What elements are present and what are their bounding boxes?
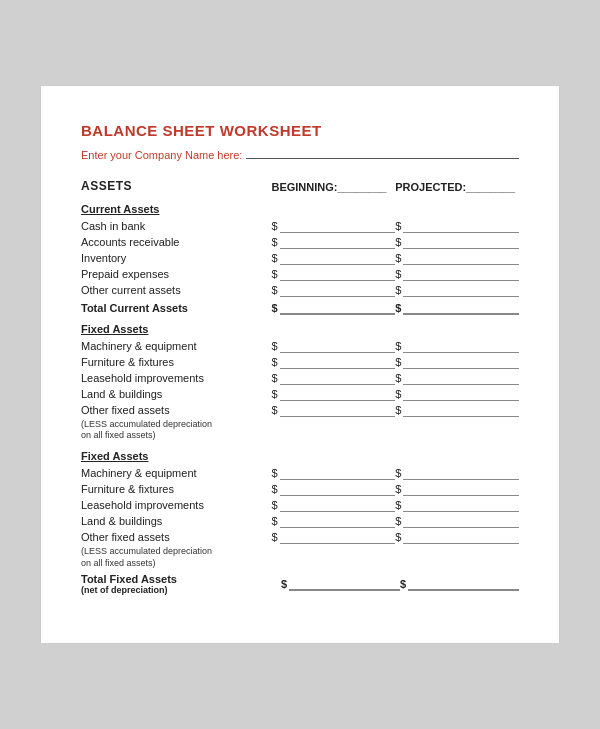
dollar-sign: $ <box>395 268 401 280</box>
header-row: ASSETS BEGINNING:________ PROJECTED:____… <box>81 179 519 193</box>
dollar-sign: $ <box>395 340 401 352</box>
projected-field[interactable]: $ <box>395 466 519 480</box>
dollar-sign: $ <box>272 236 278 248</box>
total-fixed-projected-field[interactable]: $ <box>400 577 519 591</box>
total-fixed-beginning-field[interactable]: $ <box>281 577 400 591</box>
dollar-sign: $ <box>395 372 401 384</box>
dollar-sign: $ <box>395 236 401 248</box>
row-label: Leasehold improvements <box>81 499 272 511</box>
table-row: Machinery & equipment $ $ <box>81 339 519 353</box>
row-label: Accounts receivable <box>81 236 272 248</box>
table-row: Furniture & fixtures $ $ <box>81 482 519 496</box>
projected-field[interactable]: $ <box>395 355 519 369</box>
projected-field[interactable]: $ <box>395 339 519 353</box>
table-row: Prepaid expenses $ $ <box>81 267 519 281</box>
dollar-sign: $ <box>395 220 401 232</box>
beginning-column-header: BEGINNING:________ <box>271 181 395 193</box>
dollar-sign: $ <box>272 284 278 296</box>
dollar-sign: $ <box>395 483 401 495</box>
table-row: Furniture & fixtures $ $ <box>81 355 519 369</box>
company-line: Enter your Company Name here: <box>81 145 519 161</box>
row-label: Other fixed assets <box>81 404 272 416</box>
table-row: Leasehold improvements $ $ <box>81 498 519 512</box>
beginning-field[interactable]: $ <box>272 371 396 385</box>
dollar-sign: $ <box>272 483 278 495</box>
beginning-field[interactable]: $ <box>272 514 396 528</box>
beginning-field[interactable]: $ <box>272 267 396 281</box>
fixed-assets-2-heading: Fixed Assets <box>81 450 519 462</box>
dollar-sign: $ <box>272 220 278 232</box>
dollar-sign: $ <box>272 356 278 368</box>
beginning-field[interactable]: $ <box>272 403 396 417</box>
dollar-sign: $ <box>395 284 401 296</box>
dollar-sign: $ <box>272 268 278 280</box>
dollar-sign: $ <box>395 499 401 511</box>
projected-field[interactable]: $ <box>395 371 519 385</box>
dollar-sign: $ <box>271 302 277 314</box>
page-title: BALANCE SHEET WORKSHEET <box>81 122 519 139</box>
projected-field[interactable]: $ <box>395 283 519 297</box>
row-label: Furniture & fixtures <box>81 483 272 495</box>
dollar-sign: $ <box>395 404 401 416</box>
beginning-field[interactable]: $ <box>272 339 396 353</box>
table-row: Accounts receivable $ $ <box>81 235 519 249</box>
dollar-sign: $ <box>272 499 278 511</box>
table-row: Other current assets $ $ <box>81 283 519 297</box>
projected-field[interactable]: $ <box>395 403 519 417</box>
projected-field[interactable]: $ <box>395 498 519 512</box>
row-label: Leasehold improvements <box>81 372 272 384</box>
total-current-assets-row: Total Current Assets $ $ <box>81 301 519 315</box>
dollar-sign: $ <box>400 578 406 590</box>
dollar-sign: $ <box>395 356 401 368</box>
dollar-sign: $ <box>395 302 401 314</box>
fixed-assets-2-note: (LESS accumulated depreciation on all fi… <box>81 546 281 569</box>
row-label: Land & buildings <box>81 388 272 400</box>
row-label: Prepaid expenses <box>81 268 272 280</box>
beginning-field[interactable]: $ <box>272 482 396 496</box>
beginning-field[interactable]: $ <box>272 387 396 401</box>
beginning-field[interactable]: $ <box>272 530 396 544</box>
assets-column-header: ASSETS <box>81 179 271 193</box>
dollar-sign: $ <box>395 531 401 543</box>
current-assets-heading: Current Assets <box>81 203 519 215</box>
total-fixed-assets-row: Total Fixed Assets (net of depreciation)… <box>81 573 519 595</box>
beginning-field[interactable]: $ <box>272 355 396 369</box>
total-fixed-assets-label: Total Fixed Assets (net of depreciation) <box>81 573 281 595</box>
beginning-field[interactable]: $ <box>272 219 396 233</box>
total-beginning-field[interactable]: $ <box>271 301 395 315</box>
projected-field[interactable]: $ <box>395 482 519 496</box>
projected-field[interactable]: $ <box>395 267 519 281</box>
dollar-sign: $ <box>272 372 278 384</box>
projected-field[interactable]: $ <box>395 235 519 249</box>
company-name-underline[interactable] <box>246 145 519 159</box>
dollar-sign: $ <box>395 515 401 527</box>
dollar-sign: $ <box>281 578 287 590</box>
dollar-sign: $ <box>272 388 278 400</box>
total-projected-field[interactable]: $ <box>395 301 519 315</box>
row-label: Machinery & equipment <box>81 340 272 352</box>
dollar-sign: $ <box>395 388 401 400</box>
row-label: Inventory <box>81 252 272 264</box>
projected-field[interactable]: $ <box>395 530 519 544</box>
row-label: Land & buildings <box>81 515 272 527</box>
table-row: Inventory $ $ <box>81 251 519 265</box>
dollar-sign: $ <box>272 404 278 416</box>
row-label: Cash in bank <box>81 220 272 232</box>
dollar-sign: $ <box>395 467 401 479</box>
table-row: Machinery & equipment $ $ <box>81 466 519 480</box>
table-row: Cash in bank $ $ <box>81 219 519 233</box>
projected-field[interactable]: $ <box>395 251 519 265</box>
row-label: Furniture & fixtures <box>81 356 272 368</box>
beginning-field[interactable]: $ <box>272 251 396 265</box>
beginning-field[interactable]: $ <box>272 466 396 480</box>
beginning-field[interactable]: $ <box>272 283 396 297</box>
beginning-field[interactable]: $ <box>272 235 396 249</box>
table-row: Other fixed assets $ $ <box>81 403 519 417</box>
projected-field[interactable]: $ <box>395 219 519 233</box>
dollar-sign: $ <box>272 340 278 352</box>
projected-column-header: PROJECTED:________ <box>395 181 519 193</box>
projected-field[interactable]: $ <box>395 514 519 528</box>
beginning-field[interactable]: $ <box>272 498 396 512</box>
projected-field[interactable]: $ <box>395 387 519 401</box>
dollar-sign: $ <box>272 467 278 479</box>
